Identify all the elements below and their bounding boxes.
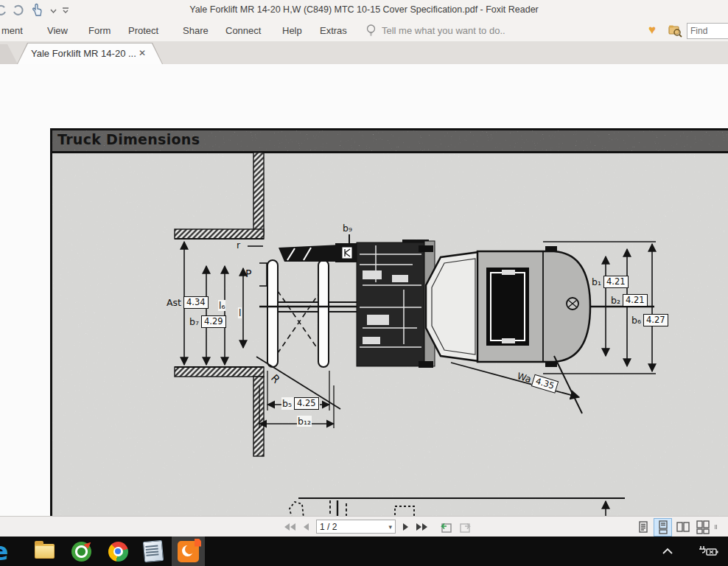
dim-b9: b₉ <box>343 223 352 234</box>
next-view-button[interactable] <box>459 521 472 533</box>
menu-connect[interactable]: Connect <box>224 20 262 41</box>
title-bar: Yale Forklift MR 14-20 H,W (C849) MTC 10… <box>0 0 728 20</box>
dim-r: r <box>237 240 240 251</box>
tab-active[interactable]: Yale Forklift MR 14-20 ... ✕ <box>18 43 162 64</box>
menu-share[interactable]: Share <box>181 20 210 41</box>
page-indicator: 1 / 2 <box>320 522 388 532</box>
page-number-combobox[interactable]: 1 / 2 ▾ <box>316 520 396 534</box>
dim-b7: b₇ 4.29 <box>189 315 226 328</box>
cent-browser-taskbar-icon[interactable] <box>71 541 91 562</box>
dim-b6: b₆ 4.27 <box>631 314 668 326</box>
dim-ast: Ast 4.34 <box>167 296 209 309</box>
find-input[interactable] <box>687 23 728 39</box>
page-navigation: 1 / 2 ▾ <box>284 517 472 537</box>
tab-partial-left[interactable] <box>0 44 18 64</box>
dim-p: P <box>245 268 251 279</box>
caret-down-icon: ▾ <box>388 523 392 531</box>
dim-b2-value: 4.21 <box>623 294 648 307</box>
previous-view-button[interactable] <box>439 521 452 533</box>
dim-b5-value: 4.25 <box>294 397 319 410</box>
first-page-button[interactable] <box>284 523 296 531</box>
document-area[interactable]: Truck Dimensions b₉ r P l₆ l Ast 4.34 b₇… <box>0 64 728 516</box>
tell-me-box[interactable]: Tell me what you want to do.. <box>365 20 505 41</box>
windows-taskbar: e <box>0 537 728 566</box>
menu-view[interactable]: View <box>46 20 69 41</box>
facing-view-button[interactable] <box>673 518 692 537</box>
partial-view-button[interactable] <box>713 518 722 537</box>
menu-extras[interactable]: Extras <box>318 20 349 41</box>
tab-title: Yale Forklift MR 14-20 ... <box>31 48 136 59</box>
dim-l: l <box>238 307 242 318</box>
lightbulb-icon <box>365 24 377 38</box>
search-in-document-icon[interactable] <box>668 23 682 38</box>
dim-b5: b₅ 4.25 <box>281 397 320 410</box>
page-title: Truck Dimensions <box>57 131 200 147</box>
dim-b1: b₁ 4.21 <box>592 276 629 288</box>
favorites-heart-icon[interactable]: ♥ <box>648 22 656 38</box>
status-toolbar: 1 / 2 ▾ <box>0 516 728 537</box>
battery-tray-icon[interactable] <box>696 541 721 562</box>
dim-b1-value: 4.21 <box>603 276 629 288</box>
next-page-button[interactable] <box>402 523 409 531</box>
menu-protect[interactable]: Protect <box>127 20 160 41</box>
last-page-button[interactable] <box>416 523 428 531</box>
chrome-taskbar-icon[interactable] <box>108 541 128 562</box>
taskbar-show-hidden-icons[interactable] <box>657 541 678 562</box>
menu-form[interactable]: Form <box>87 20 112 41</box>
tell-me-text: Tell me what you want to do.. <box>382 25 505 36</box>
quick-access-toolbar <box>0 3 70 18</box>
customize-toolbar-icon[interactable] <box>61 6 70 15</box>
menu-comment[interactable]: ment <box>0 20 24 41</box>
continuous-facing-view-button[interactable] <box>693 518 712 537</box>
file-explorer-taskbar-icon[interactable] <box>34 541 55 562</box>
hand-tool-caret-icon[interactable] <box>50 7 57 14</box>
dim-b12: b₁₂ <box>297 416 312 427</box>
redo-icon[interactable] <box>12 4 25 17</box>
view-mode-buttons <box>634 518 722 536</box>
dim-l6: l₆ <box>218 300 225 311</box>
single-page-view-button[interactable] <box>634 518 652 537</box>
dim-ast-value: 4.34 <box>183 296 209 309</box>
window-title: Yale Forklift MR 14-20 H,W (C849) MTC 10… <box>189 4 539 15</box>
continuous-view-button[interactable] <box>654 518 672 537</box>
foxit-reader-taskbar-icon[interactable] <box>172 537 205 566</box>
dim-b6-value: 4.27 <box>643 314 668 326</box>
menu-bar: ment View Form Protect Share Connect Hel… <box>0 20 728 41</box>
screen: Yale Forklift MR 14-20 H,W (C849) MTC 10… <box>0 0 728 566</box>
tab-bar: Yale Forklift MR 14-20 ... ✕ <box>0 41 728 64</box>
tab-close-icon[interactable]: ✕ <box>139 48 146 58</box>
pdf-page-drawing <box>50 128 728 566</box>
dim-b2: b₂ 4.21 <box>611 294 648 307</box>
undo-icon[interactable] <box>0 4 7 17</box>
notepad-taskbar-icon[interactable] <box>143 541 164 562</box>
dim-b7-value: 4.29 <box>201 315 226 328</box>
hand-tool-icon[interactable] <box>29 2 46 18</box>
edge-taskbar-icon[interactable]: e <box>0 541 10 562</box>
previous-page-button[interactable] <box>303 523 309 531</box>
menu-help[interactable]: Help <box>281 20 304 41</box>
